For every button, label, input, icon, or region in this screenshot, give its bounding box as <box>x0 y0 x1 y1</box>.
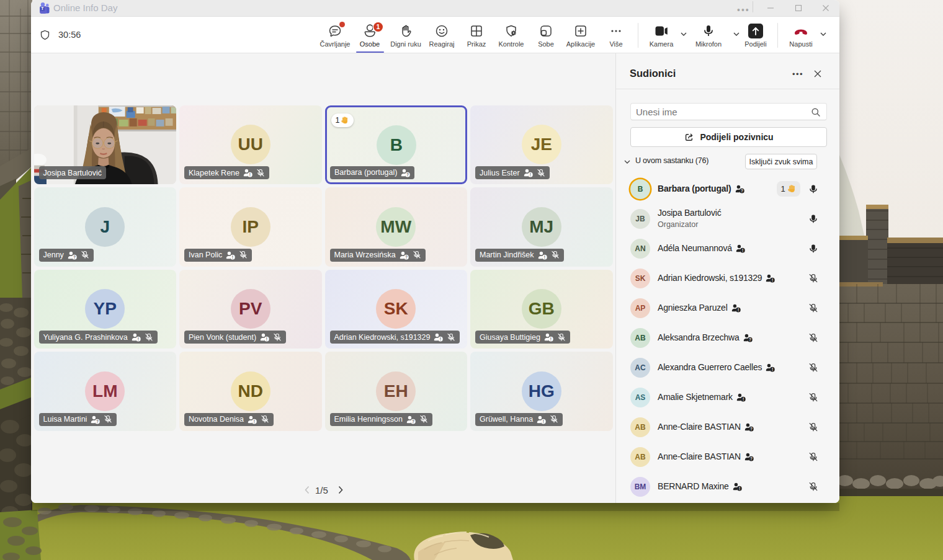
svg-text:T: T <box>41 6 44 11</box>
